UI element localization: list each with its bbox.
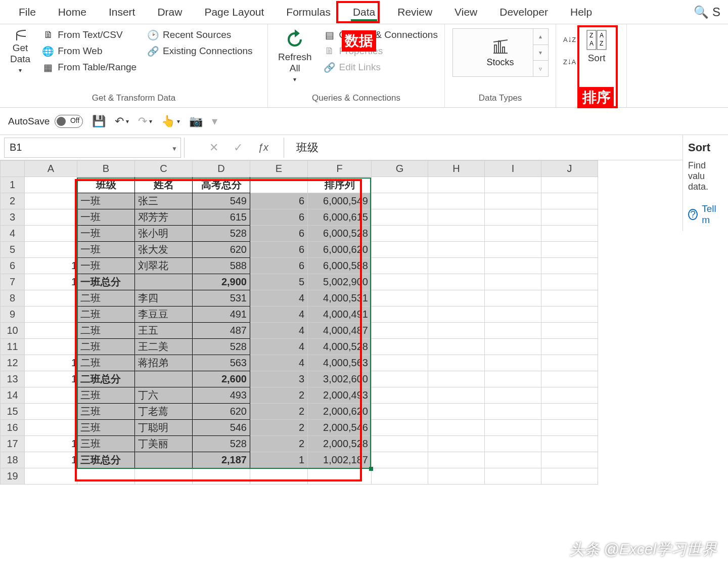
col-header-C[interactable]: C — [135, 161, 193, 177]
cell-C3[interactable]: 邓芳芳 — [135, 209, 193, 226]
cell-G13[interactable] — [372, 371, 428, 387]
row-header-13[interactable]: 13 — [1, 371, 25, 387]
properties-button[interactable]: 🗎Properties — [322, 45, 440, 58]
cell-F19[interactable] — [308, 468, 372, 485]
cell-G16[interactable] — [372, 420, 428, 436]
cell-B19[interactable] — [77, 468, 135, 485]
cell-H8[interactable] — [428, 290, 485, 307]
cell-A8[interactable] — [25, 290, 77, 307]
cell-J16[interactable] — [541, 420, 598, 436]
cell-B7[interactable]: 一班总分 — [77, 274, 135, 290]
col-header-A[interactable]: A — [25, 161, 77, 177]
cell-J18[interactable] — [541, 452, 598, 468]
cell-A11[interactable] — [25, 339, 77, 355]
cell-B8[interactable]: 二班 — [77, 290, 135, 307]
cell-D8[interactable]: 531 — [193, 290, 250, 307]
cell-H9[interactable] — [428, 307, 485, 323]
cell-H1[interactable] — [428, 177, 485, 193]
cell-D6[interactable]: 588 — [193, 258, 250, 274]
cell-D3[interactable]: 615 — [193, 209, 250, 226]
cell-A17[interactable]: 1 — [25, 436, 77, 452]
cell-D7[interactable]: 2,900 — [193, 274, 250, 290]
cell-B12[interactable]: 二班 — [77, 355, 135, 371]
cell-B10[interactable]: 二班 — [77, 323, 135, 339]
cell-G2[interactable] — [372, 193, 428, 209]
cell-E12[interactable]: 4 — [250, 355, 308, 371]
row-header-10[interactable]: 10 — [1, 323, 25, 339]
cell-J7[interactable] — [541, 274, 598, 290]
from-text-csv-button[interactable]: 🗎From Text/CSV — [40, 28, 139, 41]
cell-F18[interactable]: 1,002,187 — [308, 452, 372, 468]
cell-C12[interactable]: 蒋招弟 — [135, 355, 193, 371]
cell-J9[interactable] — [541, 307, 598, 323]
cell-C13[interactable] — [135, 371, 193, 387]
cell-J13[interactable] — [541, 371, 598, 387]
cell-B3[interactable]: 一班 — [77, 209, 135, 226]
cell-J14[interactable] — [541, 387, 598, 404]
col-header-B[interactable]: B — [77, 161, 135, 177]
cell-F10[interactable]: 4,000,487 — [308, 323, 372, 339]
cell-J11[interactable] — [541, 339, 598, 355]
col-header-H[interactable]: H — [428, 161, 485, 177]
enter-formula-button[interactable]: ✓ — [234, 141, 243, 154]
cell-I3[interactable] — [485, 209, 541, 226]
cell-F9[interactable]: 4,000,491 — [308, 307, 372, 323]
cell-G19[interactable] — [372, 468, 428, 485]
cell-E5[interactable]: 6 — [250, 242, 308, 258]
cell-E7[interactable]: 5 — [250, 274, 308, 290]
cell-H6[interactable] — [428, 258, 485, 274]
cell-H3[interactable] — [428, 209, 485, 226]
name-box[interactable]: B1▼ — [4, 138, 181, 158]
cell-G8[interactable] — [372, 290, 428, 307]
cell-F17[interactable]: 2,000,528 — [308, 436, 372, 452]
stocks-scroll[interactable]: ▴▾▿ — [533, 29, 548, 76]
cell-H18[interactable] — [428, 452, 485, 468]
cell-J8[interactable] — [541, 290, 598, 307]
cell-F8[interactable]: 4,000,531 — [308, 290, 372, 307]
cell-E11[interactable]: 4 — [250, 339, 308, 355]
cell-D1[interactable]: 高考总分 — [193, 177, 250, 193]
cell-I7[interactable] — [485, 274, 541, 290]
cell-D17[interactable]: 528 — [193, 436, 250, 452]
cell-I17[interactable] — [485, 436, 541, 452]
row-header-16[interactable]: 16 — [1, 420, 25, 436]
cell-E9[interactable]: 4 — [250, 307, 308, 323]
cell-F2[interactable]: 6,000,549 — [308, 193, 372, 209]
spreadsheet-grid[interactable]: ABCDEFGHIJ1班级姓名高考总分排序列2一班张三54966,000,549… — [0, 160, 728, 485]
cell-D10[interactable]: 487 — [193, 323, 250, 339]
cell-F14[interactable]: 2,000,493 — [308, 387, 372, 404]
cell-A10[interactable] — [25, 323, 77, 339]
tab-file[interactable]: File — [8, 1, 47, 23]
cell-E14[interactable]: 2 — [250, 387, 308, 404]
cell-J19[interactable] — [541, 468, 598, 485]
cell-I15[interactable] — [485, 404, 541, 420]
cell-I2[interactable] — [485, 193, 541, 209]
cell-C16[interactable]: 丁聪明 — [135, 420, 193, 436]
cell-F11[interactable]: 4,000,528 — [308, 339, 372, 355]
redo-button[interactable]: ↷ ▾ — [138, 115, 152, 128]
col-header-J[interactable]: J — [541, 161, 598, 177]
cell-D14[interactable]: 493 — [193, 387, 250, 404]
cell-J2[interactable] — [541, 193, 598, 209]
cell-E13[interactable]: 3 — [250, 371, 308, 387]
cell-A6[interactable]: 1 — [25, 258, 77, 274]
tab-data[interactable]: Data — [342, 1, 386, 23]
cell-C9[interactable]: 李豆豆 — [135, 307, 193, 323]
cell-C6[interactable]: 刘翠花 — [135, 258, 193, 274]
cell-C2[interactable]: 张三 — [135, 193, 193, 209]
cell-E1[interactable] — [250, 177, 308, 193]
sort-button[interactable]: ZAAZ Sort — [583, 28, 610, 65]
cell-J6[interactable] — [541, 258, 598, 274]
row-header-14[interactable]: 14 — [1, 387, 25, 404]
cell-G10[interactable] — [372, 323, 428, 339]
select-all-corner[interactable] — [1, 161, 25, 177]
tab-help[interactable]: Help — [559, 1, 603, 23]
from-table-range-button[interactable]: ▦From Table/Range — [40, 61, 139, 74]
cell-C19[interactable] — [135, 468, 193, 485]
tab-insert[interactable]: Insert — [98, 1, 147, 23]
row-header-4[interactable]: 4 — [1, 226, 25, 242]
cell-G1[interactable] — [372, 177, 428, 193]
row-header-11[interactable]: 11 — [1, 339, 25, 355]
row-header-2[interactable]: 2 — [1, 193, 25, 209]
cell-G4[interactable] — [372, 226, 428, 242]
